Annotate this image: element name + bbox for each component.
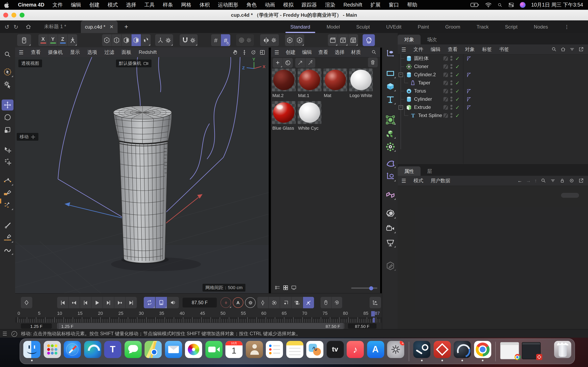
menubar-app-name[interactable]: Cinema 4D [14, 2, 48, 8]
dock-waves-app[interactable]: ∿ [306, 341, 323, 361]
viewport-menu-redshift[interactable]: Redshift [135, 49, 160, 55]
dock-minimized-dark-window[interactable] [522, 341, 541, 359]
object-check-icon[interactable]: ✓ [455, 63, 460, 69]
delete-material-button[interactable] [368, 58, 378, 67]
collapse-expander[interactable]: − [398, 73, 403, 77]
layout-tab-uvedit[interactable]: UVEdit [384, 20, 404, 33]
object-enable-toggle[interactable] [443, 72, 448, 77]
menubar-item-render[interactable]: 渲染 [321, 1, 339, 8]
sound-button[interactable] [167, 297, 179, 308]
key-rotation-button[interactable] [269, 297, 280, 308]
prev-frame-button[interactable] [80, 297, 91, 308]
dolly-view-icon[interactable] [241, 49, 247, 55]
pick-material-button[interactable] [305, 58, 315, 68]
field-object-button[interactable] [384, 171, 396, 182]
next-frame-button[interactable] [103, 297, 114, 308]
dock-finder[interactable] [23, 341, 40, 361]
falloff-button[interactable] [236, 34, 254, 46]
volume-builder-button[interactable] [384, 128, 396, 139]
symmetry-button[interactable] [260, 34, 279, 46]
material-thumb-logowhite[interactable] [349, 68, 373, 91]
viewport-canvas[interactable]: Y X Z 透视视图 默认摄像机 移动 网格间距：500 cm [15, 57, 269, 293]
layout-tab-model[interactable]: Model [324, 20, 342, 33]
dock-red-diamond-app[interactable] [433, 341, 450, 361]
viewport-hamburger-icon[interactable]: ☰ [15, 49, 27, 55]
dock-chrome[interactable] [474, 341, 491, 361]
snap-settings-button[interactable] [180, 34, 198, 46]
key-position-button[interactable] [257, 297, 269, 308]
viewport-view-label[interactable]: 透视视图 [18, 59, 42, 67]
dock-photos[interactable] [185, 341, 202, 361]
menubar-item-simulate[interactable]: 模拟 [279, 1, 297, 8]
brush-tool[interactable] [2, 220, 13, 231]
object-row-extrude[interactable]: − Extrude ✓ [398, 103, 588, 111]
apple-logo-icon[interactable] [0, 2, 14, 8]
range-start-field[interactable]: 1.25 F [21, 323, 52, 329]
record-keyframe-button[interactable] [220, 297, 232, 308]
visibility-dots[interactable] [450, 64, 452, 69]
camera-object-button[interactable] [384, 223, 396, 234]
attr-forward-icon[interactable]: → [526, 178, 531, 184]
attr-filter-icon[interactable] [550, 178, 556, 184]
render-picture-viewer-button[interactable] [338, 34, 348, 46]
object-row-taper[interactable]: Taper ✓ [398, 79, 588, 87]
dock-mail[interactable] [165, 341, 182, 361]
attr-undock-icon[interactable] [578, 178, 584, 184]
material-thumb-size-slider[interactable] [351, 287, 377, 289]
layout-tab-track[interactable]: Track [474, 20, 491, 33]
material-thumb-mat2[interactable] [272, 68, 296, 91]
menubar-item-extensions[interactable]: 扩展 [366, 1, 385, 8]
material-thumb-mat[interactable] [323, 68, 347, 91]
collapse-expander[interactable]: − [398, 105, 403, 110]
om-menu-bookmarks[interactable]: 书签 [495, 46, 513, 53]
slider-knob[interactable] [369, 286, 373, 290]
object-check-icon[interactable]: ✓ [455, 96, 460, 102]
auto-axis-button[interactable] [295, 34, 304, 46]
menubar-item-spline[interactable]: 样条 [159, 1, 177, 8]
om-filter-icon[interactable] [569, 47, 575, 52]
sketch-spline-tool[interactable] [2, 187, 13, 198]
visibility-dots[interactable] [450, 72, 452, 77]
redshift-renderview-button[interactable] [363, 34, 375, 46]
dock-safari[interactable] [64, 341, 81, 361]
rotate-tool[interactable] [2, 112, 13, 123]
material-name[interactable]: Mat [324, 93, 348, 98]
om-menu-view[interactable]: 查看 [444, 46, 461, 53]
material-menu-view[interactable]: 查看 [315, 49, 331, 56]
om-search-icon[interactable] [551, 47, 557, 52]
attr-menu-userdata[interactable]: 用户数据 [427, 177, 454, 184]
play-range-button[interactable] [156, 297, 167, 308]
material-name[interactable]: White Cyc [298, 125, 323, 131]
new-tab-icon[interactable]: + [122, 23, 131, 30]
menubar-item-select[interactable]: 选择 [122, 1, 140, 8]
dock-launchpad[interactable] [43, 341, 61, 361]
coordinate-system-button[interactable] [68, 34, 77, 46]
dock-music[interactable]: ♪ [347, 341, 364, 361]
sky-object-button[interactable] [384, 208, 396, 219]
phong-tag-icon[interactable] [466, 88, 472, 94]
object-check-icon[interactable]: ✓ [455, 72, 460, 78]
object-enable-toggle[interactable] [443, 56, 448, 60]
range-end-field[interactable]: 87.50 F [348, 323, 376, 329]
battery-icon[interactable] [470, 2, 479, 7]
menubar-item-character[interactable]: 角色 [242, 1, 261, 8]
material-compact-view-icon[interactable] [291, 285, 297, 291]
dock-steam[interactable] [413, 341, 430, 361]
cycle-record-button[interactable] [332, 297, 342, 308]
lock-z-axis-button[interactable]: Z [58, 34, 68, 46]
close-tab-icon[interactable]: ✕ [109, 24, 113, 30]
attr-hamburger-icon[interactable]: ☰ [398, 178, 410, 184]
object-row-cylinder-cn[interactable]: 圆柱体 ✓ [398, 54, 588, 62]
stage-object-button[interactable] [384, 237, 396, 248]
spline-primitive-button[interactable] [384, 68, 396, 79]
material-hamburger-icon[interactable]: ☰ [271, 49, 282, 55]
dock-trash[interactable] [554, 341, 571, 358]
key-parameter-button[interactable] [292, 297, 303, 308]
om-home-icon[interactable] [560, 47, 566, 52]
dock-apple-tv[interactable]: tv [327, 341, 344, 361]
model-mode-button[interactable] [131, 34, 141, 46]
wifi-icon[interactable] [485, 2, 492, 7]
polygons-mode-button[interactable] [122, 34, 131, 46]
xpresso-button[interactable] [384, 189, 396, 200]
camera-icon[interactable] [143, 61, 149, 66]
